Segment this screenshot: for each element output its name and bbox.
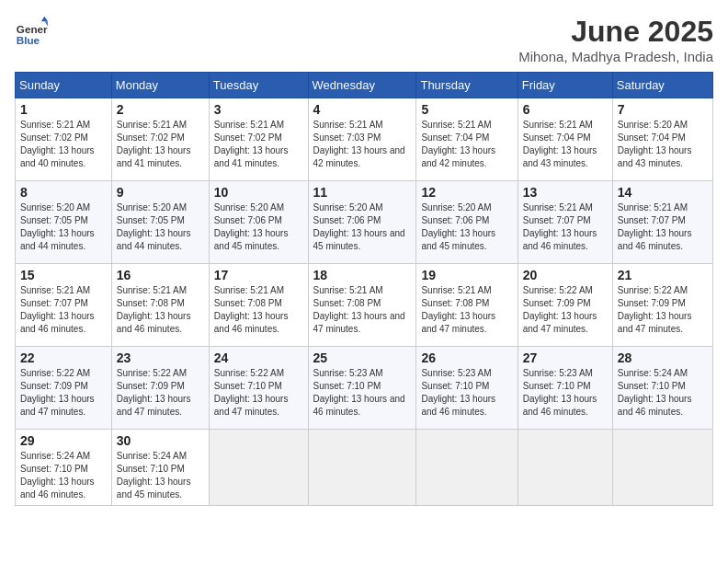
day-number: 19: [421, 268, 512, 282]
calendar-cell: 22 Sunrise: 5:22 AM Sunset: 7:09 PM Dayl…: [16, 347, 112, 430]
day-info: Sunrise: 5:23 AM Sunset: 7:10 PM Dayligh…: [313, 367, 412, 419]
header: General Blue June 2025 Mihona, Madhya Pr…: [15, 15, 713, 64]
day-info: Sunrise: 5:21 AM Sunset: 7:02 PM Dayligh…: [214, 119, 303, 170]
calendar-cell: 12 Sunrise: 5:20 AM Sunset: 7:06 PM Dayl…: [416, 181, 518, 264]
day-number: 17: [214, 268, 303, 282]
svg-marker-2: [41, 17, 48, 21]
header-cell-friday: Friday: [518, 73, 612, 98]
logo: General Blue: [15, 15, 51, 48]
day-number: 28: [618, 350, 708, 365]
day-info: Sunrise: 5:21 AM Sunset: 7:04 PM Dayligh…: [523, 119, 608, 170]
calendar-cell: 3 Sunrise: 5:21 AM Sunset: 7:02 PM Dayli…: [209, 98, 308, 181]
calendar-cell: 4 Sunrise: 5:21 AM Sunset: 7:03 PM Dayli…: [308, 98, 416, 181]
day-info: Sunrise: 5:21 AM Sunset: 7:08 PM Dayligh…: [421, 284, 512, 336]
calendar-cell: 7 Sunrise: 5:20 AM Sunset: 7:04 PM Dayli…: [612, 98, 712, 181]
day-number: 15: [20, 268, 107, 282]
day-info: Sunrise: 5:21 AM Sunset: 7:08 PM Dayligh…: [313, 284, 412, 336]
day-number: 26: [421, 350, 512, 365]
day-info: Sunrise: 5:21 AM Sunset: 7:02 PM Dayligh…: [20, 119, 107, 170]
calendar-cell: 2 Sunrise: 5:21 AM Sunset: 7:02 PM Dayli…: [111, 98, 209, 181]
calendar-cell: 23 Sunrise: 5:22 AM Sunset: 7:09 PM Dayl…: [111, 347, 209, 430]
day-number: 25: [313, 350, 412, 365]
day-number: 22: [20, 350, 107, 365]
week-row-5: 29 Sunrise: 5:24 AM Sunset: 7:10 PM Dayl…: [16, 430, 713, 506]
header-cell-sunday: Sunday: [16, 73, 112, 98]
day-info: Sunrise: 5:22 AM Sunset: 7:09 PM Dayligh…: [117, 367, 204, 419]
week-row-3: 15 Sunrise: 5:21 AM Sunset: 7:07 PM Dayl…: [16, 264, 713, 347]
calendar-cell: 25 Sunrise: 5:23 AM Sunset: 7:10 PM Dayl…: [308, 347, 416, 430]
calendar-cell: 15 Sunrise: 5:21 AM Sunset: 7:07 PM Dayl…: [16, 264, 112, 347]
week-row-2: 8 Sunrise: 5:20 AM Sunset: 7:05 PM Dayli…: [16, 181, 713, 264]
day-number: 14: [618, 185, 708, 200]
calendar-cell: 16 Sunrise: 5:21 AM Sunset: 7:08 PM Dayl…: [111, 264, 209, 347]
day-info: Sunrise: 5:22 AM Sunset: 7:09 PM Dayligh…: [523, 284, 608, 336]
calendar-cell: 19 Sunrise: 5:21 AM Sunset: 7:08 PM Dayl…: [416, 264, 518, 347]
header-cell-saturday: Saturday: [612, 73, 712, 98]
day-info: Sunrise: 5:20 AM Sunset: 7:06 PM Dayligh…: [421, 201, 512, 253]
day-info: Sunrise: 5:21 AM Sunset: 7:07 PM Dayligh…: [618, 201, 708, 253]
day-number: 13: [523, 185, 608, 200]
calendar-cell: 26 Sunrise: 5:23 AM Sunset: 7:10 PM Dayl…: [416, 347, 518, 430]
day-number: 30: [117, 433, 204, 448]
day-number: 8: [20, 185, 107, 200]
day-number: 29: [20, 433, 107, 448]
calendar-subtitle: Mihona, Madhya Pradesh, India: [518, 49, 713, 64]
day-info: Sunrise: 5:21 AM Sunset: 7:04 PM Dayligh…: [421, 119, 512, 170]
day-number: 4: [313, 102, 412, 117]
logo-icon: General Blue: [15, 15, 48, 48]
calendar-table: SundayMondayTuesdayWednesdayThursdayFrid…: [15, 72, 713, 506]
calendar-cell: 28 Sunrise: 5:24 AM Sunset: 7:10 PM Dayl…: [612, 347, 712, 430]
calendar-cell: 21 Sunrise: 5:22 AM Sunset: 7:09 PM Dayl…: [612, 264, 712, 347]
calendar-cell: 13 Sunrise: 5:21 AM Sunset: 7:07 PM Dayl…: [518, 181, 612, 264]
svg-text:Blue: Blue: [17, 34, 40, 46]
day-number: 7: [618, 102, 708, 117]
calendar-cell: 5 Sunrise: 5:21 AM Sunset: 7:04 PM Dayli…: [416, 98, 518, 181]
day-number: 2: [117, 102, 204, 117]
day-info: Sunrise: 5:22 AM Sunset: 7:10 PM Dayligh…: [214, 367, 303, 419]
day-number: 27: [523, 350, 608, 365]
calendar-title: June 2025: [518, 15, 713, 49]
day-info: Sunrise: 5:22 AM Sunset: 7:09 PM Dayligh…: [20, 367, 107, 419]
day-info: Sunrise: 5:24 AM Sunset: 7:10 PM Dayligh…: [20, 450, 107, 501]
day-info: Sunrise: 5:24 AM Sunset: 7:10 PM Dayligh…: [117, 450, 204, 501]
day-number: 24: [214, 350, 303, 365]
day-info: Sunrise: 5:21 AM Sunset: 7:07 PM Dayligh…: [20, 284, 107, 336]
calendar-cell: [518, 430, 612, 506]
calendar-cell: 24 Sunrise: 5:22 AM Sunset: 7:10 PM Dayl…: [209, 347, 308, 430]
day-number: 20: [523, 268, 608, 282]
day-info: Sunrise: 5:20 AM Sunset: 7:04 PM Dayligh…: [618, 119, 708, 170]
day-number: 3: [214, 102, 303, 117]
week-row-4: 22 Sunrise: 5:22 AM Sunset: 7:09 PM Dayl…: [16, 347, 713, 430]
header-row: SundayMondayTuesdayWednesdayThursdayFrid…: [16, 73, 713, 98]
day-info: Sunrise: 5:23 AM Sunset: 7:10 PM Dayligh…: [523, 367, 608, 419]
calendar-cell: 9 Sunrise: 5:20 AM Sunset: 7:05 PM Dayli…: [111, 181, 209, 264]
day-number: 6: [523, 102, 608, 117]
header-cell-thursday: Thursday: [416, 73, 518, 98]
day-number: 1: [20, 102, 107, 117]
day-info: Sunrise: 5:21 AM Sunset: 7:07 PM Dayligh…: [523, 201, 608, 253]
calendar-cell: 17 Sunrise: 5:21 AM Sunset: 7:08 PM Dayl…: [209, 264, 308, 347]
day-number: 23: [117, 350, 204, 365]
svg-text:General: General: [17, 23, 48, 35]
header-cell-tuesday: Tuesday: [209, 73, 308, 98]
day-info: Sunrise: 5:24 AM Sunset: 7:10 PM Dayligh…: [618, 367, 708, 419]
day-info: Sunrise: 5:20 AM Sunset: 7:05 PM Dayligh…: [20, 201, 107, 253]
calendar-cell: [416, 430, 518, 506]
header-cell-monday: Monday: [111, 73, 209, 98]
calendar-cell: 8 Sunrise: 5:20 AM Sunset: 7:05 PM Dayli…: [16, 181, 112, 264]
calendar-cell: 1 Sunrise: 5:21 AM Sunset: 7:02 PM Dayli…: [16, 98, 112, 181]
day-number: 10: [214, 185, 303, 200]
day-info: Sunrise: 5:21 AM Sunset: 7:08 PM Dayligh…: [117, 284, 204, 336]
calendar-cell: 18 Sunrise: 5:21 AM Sunset: 7:08 PM Dayl…: [308, 264, 416, 347]
calendar-cell: 27 Sunrise: 5:23 AM Sunset: 7:10 PM Dayl…: [518, 347, 612, 430]
day-info: Sunrise: 5:22 AM Sunset: 7:09 PM Dayligh…: [618, 284, 708, 336]
day-number: 11: [313, 185, 412, 200]
calendar-cell: 14 Sunrise: 5:21 AM Sunset: 7:07 PM Dayl…: [612, 181, 712, 264]
day-info: Sunrise: 5:20 AM Sunset: 7:06 PM Dayligh…: [313, 201, 412, 253]
week-row-1: 1 Sunrise: 5:21 AM Sunset: 7:02 PM Dayli…: [16, 98, 713, 181]
day-info: Sunrise: 5:20 AM Sunset: 7:06 PM Dayligh…: [214, 201, 303, 253]
calendar-cell: [209, 430, 308, 506]
header-cell-wednesday: Wednesday: [308, 73, 416, 98]
day-number: 16: [117, 268, 204, 282]
calendar-cell: 20 Sunrise: 5:22 AM Sunset: 7:09 PM Dayl…: [518, 264, 612, 347]
